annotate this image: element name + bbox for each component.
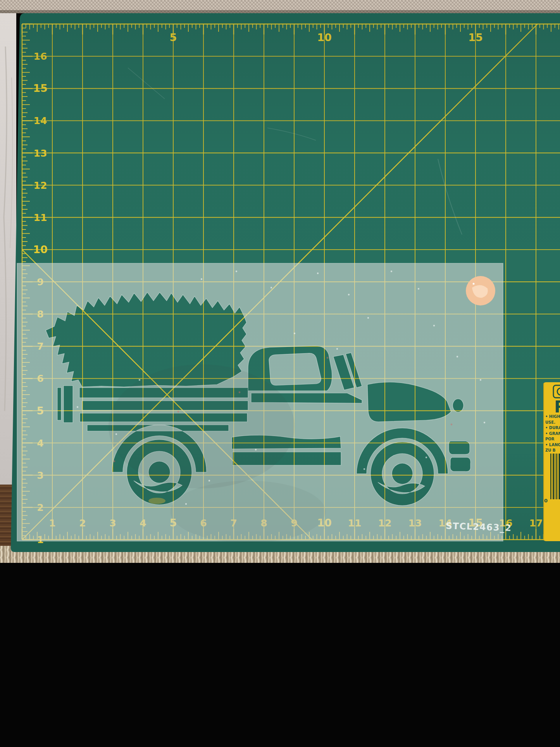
label-text-line: USE.: [545, 420, 555, 424]
barcode-digit: 0: [544, 498, 548, 504]
round-sticker: [466, 276, 495, 305]
fabric-shadow: [0, 10, 560, 14]
label-text-line: ZU B: [545, 448, 555, 452]
label-text-line: • HIGH: [545, 414, 560, 419]
label-text-line: • GRAN: [545, 431, 560, 436]
label-big-letter: R: [554, 397, 560, 416]
stencil-shadow-blotch: [109, 364, 295, 488]
paint-smudge: [148, 498, 165, 504]
price-label: R • HIGHUSE.• DURA• GRANPOR• LANGZU B 0: [543, 382, 560, 541]
stencil-shadow-blotch-2: [171, 481, 326, 543]
label-text-line: POR: [545, 437, 555, 441]
label-text-line: • LANG: [545, 443, 560, 447]
label-text-line: • DURA: [545, 426, 560, 430]
scene-svg: 51015 16151413121110987654321 1234567891…: [0, 0, 560, 563]
photograph: 51015 16151413121110987654321 1234567891…: [0, 0, 560, 563]
photo-canvas: 51015 16151413121110987654321 1234567891…: [0, 0, 560, 747]
